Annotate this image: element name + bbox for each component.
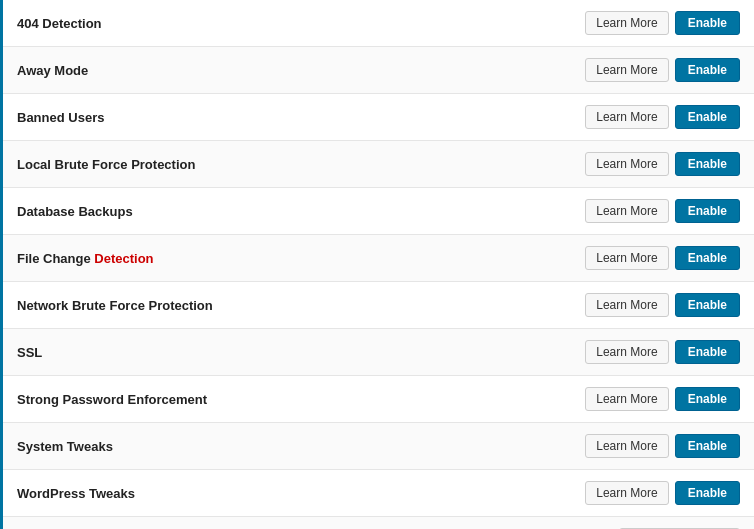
feature-row: Database BackupsLearn MoreEnable xyxy=(3,188,754,235)
feature-row: WordPress TweaksLearn MoreEnable xyxy=(3,470,754,517)
feature-name-highlight: Detection xyxy=(94,251,153,266)
feature-row: System TweaksLearn MoreEnable xyxy=(3,423,754,470)
feature-actions-away-mode: Learn MoreEnable xyxy=(585,58,740,82)
learn-more-button-away-mode[interactable]: Learn More xyxy=(585,58,668,82)
feature-row: SSLLearn MoreEnable xyxy=(3,329,754,376)
enable-button-away-mode[interactable]: Enable xyxy=(675,58,740,82)
enable-button-ssl[interactable]: Enable xyxy=(675,340,740,364)
feature-actions-network-brute-force: Learn MoreEnable xyxy=(585,293,740,317)
feature-name-ssl: SSL xyxy=(17,345,585,360)
feature-name-strong-password: Strong Password Enforcement xyxy=(17,392,585,407)
learn-more-button-strong-password[interactable]: Learn More xyxy=(585,387,668,411)
feature-actions-database-backups: Learn MoreEnable xyxy=(585,199,740,223)
enable-button-404-detection[interactable]: Enable xyxy=(675,11,740,35)
enable-button-file-change-detection[interactable]: Enable xyxy=(675,246,740,270)
learn-more-button-local-brute-force[interactable]: Learn More xyxy=(585,152,668,176)
feature-name-file-change-detection: File Change Detection xyxy=(17,251,585,266)
enable-button-network-brute-force[interactable]: Enable xyxy=(675,293,740,317)
learn-more-button-file-change-detection[interactable]: Learn More xyxy=(585,246,668,270)
feature-actions-ssl: Learn MoreEnable xyxy=(585,340,740,364)
enable-button-system-tweaks[interactable]: Enable xyxy=(675,434,740,458)
feature-actions-system-tweaks: Learn MoreEnable xyxy=(585,434,740,458)
learn-more-button-404-detection[interactable]: Learn More xyxy=(585,11,668,35)
learn-more-button-ssl[interactable]: Learn More xyxy=(585,340,668,364)
learn-more-button-network-brute-force[interactable]: Learn More xyxy=(585,293,668,317)
feature-list: 404 DetectionLearn MoreEnableAway ModeLe… xyxy=(0,0,754,529)
feature-name-database-backups: Database Backups xyxy=(17,204,585,219)
feature-row: Strong Password EnforcementLearn MoreEna… xyxy=(3,376,754,423)
enable-button-banned-users[interactable]: Enable xyxy=(675,105,740,129)
feature-name-network-brute-force: Network Brute Force Protection xyxy=(17,298,585,313)
feature-actions-strong-password: Learn MoreEnable xyxy=(585,387,740,411)
enable-button-local-brute-force[interactable]: Enable xyxy=(675,152,740,176)
learn-more-button-banned-users[interactable]: Learn More xyxy=(585,105,668,129)
feature-row: WordPress SaltsConfigure Settings xyxy=(3,517,754,529)
feature-name-system-tweaks: System Tweaks xyxy=(17,439,585,454)
feature-row: 404 DetectionLearn MoreEnable xyxy=(3,0,754,47)
enable-button-wordpress-tweaks[interactable]: Enable xyxy=(675,481,740,505)
feature-actions-local-brute-force: Learn MoreEnable xyxy=(585,152,740,176)
learn-more-button-wordpress-tweaks[interactable]: Learn More xyxy=(585,481,668,505)
feature-row: Away ModeLearn MoreEnable xyxy=(3,47,754,94)
feature-row: Network Brute Force ProtectionLearn More… xyxy=(3,282,754,329)
feature-name-away-mode: Away Mode xyxy=(17,63,585,78)
enable-button-database-backups[interactable]: Enable xyxy=(675,199,740,223)
feature-row: Local Brute Force ProtectionLearn MoreEn… xyxy=(3,141,754,188)
feature-actions-banned-users: Learn MoreEnable xyxy=(585,105,740,129)
enable-button-strong-password[interactable]: Enable xyxy=(675,387,740,411)
feature-actions-file-change-detection: Learn MoreEnable xyxy=(585,246,740,270)
feature-name-404-detection: 404 Detection xyxy=(17,16,585,31)
feature-name-wordpress-tweaks: WordPress Tweaks xyxy=(17,486,585,501)
feature-actions-wordpress-tweaks: Learn MoreEnable xyxy=(585,481,740,505)
feature-row: File Change DetectionLearn MoreEnable xyxy=(3,235,754,282)
feature-name-local-brute-force: Local Brute Force Protection xyxy=(17,157,585,172)
learn-more-button-database-backups[interactable]: Learn More xyxy=(585,199,668,223)
learn-more-button-system-tweaks[interactable]: Learn More xyxy=(585,434,668,458)
feature-actions-404-detection: Learn MoreEnable xyxy=(585,11,740,35)
feature-name-banned-users: Banned Users xyxy=(17,110,585,125)
feature-row: Banned UsersLearn MoreEnable xyxy=(3,94,754,141)
